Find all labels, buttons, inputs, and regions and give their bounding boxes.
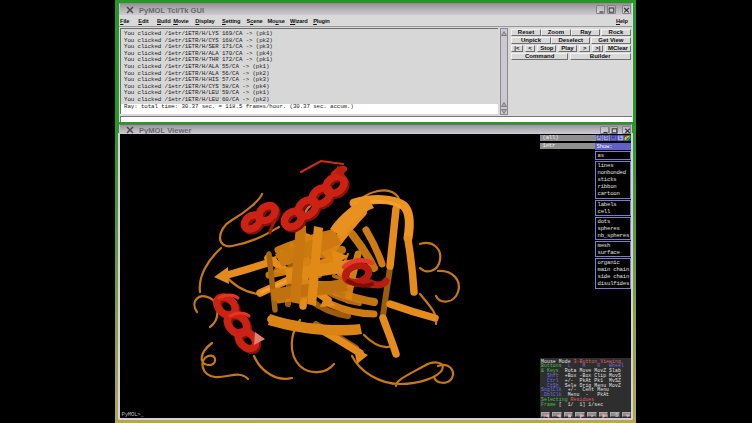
svg-text:S: S <box>615 413 618 418</box>
